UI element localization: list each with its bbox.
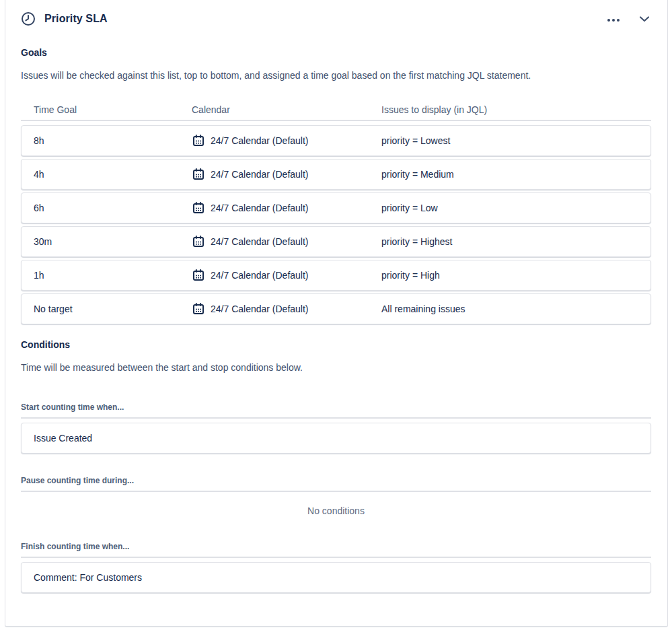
jql-cell: priority = Highest — [381, 236, 638, 247]
chevron-down-icon — [639, 14, 650, 24]
calendar-icon — [192, 201, 205, 215]
clock-icon — [21, 11, 36, 26]
table-row[interactable]: No target24/7 Calendar (Default)All rema… — [21, 293, 651, 324]
calendar-cell: 24/7 Calendar (Default) — [192, 302, 381, 316]
time-goal-cell: 4h — [34, 169, 192, 180]
calendar-cell: 24/7 Calendar (Default) — [192, 168, 381, 181]
conditions-heading: Conditions — [21, 339, 651, 350]
finish-condition-label: Finish counting time when... — [21, 542, 651, 551]
calendar-label: 24/7 Calendar (Default) — [211, 203, 309, 213]
goals-description: Issues will be checked against this list… — [21, 69, 651, 82]
time-goal-cell: 8h — [34, 135, 192, 146]
start-condition-value: Issue Created — [34, 433, 92, 444]
table-row[interactable]: 1h24/7 Calendar (Default)priority = High — [21, 260, 651, 291]
calendar-label: 24/7 Calendar (Default) — [211, 304, 309, 314]
collapse-button[interactable] — [638, 13, 651, 26]
conditions-description: Time will be measured between the start … — [21, 361, 651, 374]
jql-cell: priority = Lowest — [381, 135, 638, 146]
column-header-jql: Issues to display (in JQL) — [381, 104, 638, 115]
column-header-time-goal: Time Goal — [34, 104, 192, 115]
panel-title: Priority SLA — [44, 13, 108, 25]
goals-table: Time Goal Calendar Issues to display (in… — [21, 104, 651, 324]
calendar-cell: 24/7 Calendar (Default) — [192, 269, 381, 282]
table-header-divider — [21, 120, 651, 121]
pause-condition-divider — [21, 491, 651, 492]
calendar-icon — [192, 302, 205, 316]
jql-cell: All remaining issues — [381, 304, 638, 314]
calendar-icon — [192, 168, 205, 181]
more-menu-button[interactable] — [605, 13, 622, 26]
jql-cell: priority = High — [381, 270, 638, 281]
jql-cell: priority = Low — [381, 203, 638, 213]
calendar-cell: 24/7 Calendar (Default) — [192, 201, 381, 215]
column-header-calendar: Calendar — [192, 104, 381, 115]
table-row[interactable]: 6h24/7 Calendar (Default)priority = Low — [21, 192, 651, 223]
finish-condition-divider — [21, 557, 651, 558]
table-row[interactable]: 4h24/7 Calendar (Default)priority = Medi… — [21, 159, 651, 190]
pause-condition-label: Pause counting time during... — [21, 476, 651, 485]
finish-condition-section: Finish counting time when... Comment: Fo… — [21, 542, 651, 593]
ellipsis-icon — [607, 14, 620, 24]
goals-table-header: Time Goal Calendar Issues to display (in… — [21, 104, 651, 115]
calendar-icon — [192, 269, 205, 282]
table-row[interactable]: 8h24/7 Calendar (Default)priority = Lowe… — [21, 125, 651, 156]
calendar-cell: 24/7 Calendar (Default) — [192, 235, 381, 248]
pause-condition-section: Pause counting time during... No conditi… — [21, 476, 651, 516]
time-goal-cell: No target — [34, 304, 192, 314]
finish-condition-value: Comment: For Customers — [34, 572, 142, 583]
calendar-cell: 24/7 Calendar (Default) — [192, 134, 381, 147]
goals-heading: Goals — [21, 47, 651, 58]
calendar-label: 24/7 Calendar (Default) — [211, 169, 309, 180]
calendar-icon — [192, 235, 205, 248]
time-goal-cell: 30m — [34, 236, 192, 247]
panel-header: Priority SLA — [21, 11, 651, 27]
finish-condition-card[interactable]: Comment: For Customers — [21, 562, 651, 593]
time-goal-cell: 6h — [34, 203, 192, 213]
table-row[interactable]: 30m24/7 Calendar (Default)priority = Hig… — [21, 226, 651, 257]
sla-panel: Priority SLA Goals Iss — [5, 0, 668, 627]
calendar-label: 24/7 Calendar (Default) — [211, 236, 309, 247]
pause-condition-empty-text: No conditions — [21, 505, 651, 516]
header-actions — [605, 13, 651, 26]
start-condition-section: Start counting time when... Issue Create… — [21, 402, 651, 454]
start-condition-label: Start counting time when... — [21, 402, 651, 412]
start-condition-card[interactable]: Issue Created — [21, 423, 651, 454]
jql-cell: priority = Medium — [381, 169, 638, 180]
start-condition-divider — [21, 417, 651, 419]
calendar-label: 24/7 Calendar (Default) — [211, 270, 309, 281]
goals-table-body: 8h24/7 Calendar (Default)priority = Lowe… — [21, 125, 651, 324]
time-goal-cell: 1h — [34, 270, 192, 281]
calendar-label: 24/7 Calendar (Default) — [211, 135, 309, 146]
calendar-icon — [192, 134, 205, 147]
